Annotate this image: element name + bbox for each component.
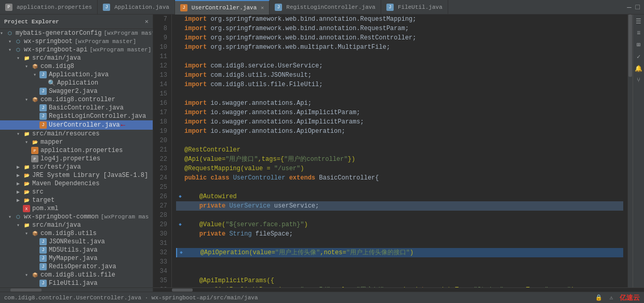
tree-label: mybatis-generatorConfig xyxy=(16,30,102,37)
folder-icon: 📂 xyxy=(23,180,30,187)
tree-badge: [wxProgram mas xyxy=(101,214,149,220)
tree-item-target[interactable]: ▶ 📂 target xyxy=(0,196,153,204)
code-hscrollbar[interactable] xyxy=(153,287,644,292)
tree-label: src/main/java xyxy=(32,222,81,229)
project-icon: ⬡ xyxy=(15,46,22,53)
tree-arrow: ▶ xyxy=(17,164,23,170)
java-icon: J xyxy=(180,4,187,11)
tree-item-src[interactable]: ▶ 📂 src xyxy=(0,188,153,196)
prop-icon: P xyxy=(31,155,38,162)
code-line-24: public class UserController extends Basi… xyxy=(176,173,623,183)
project-icon: ⬡ xyxy=(6,30,14,37)
code-line-13: import com.idig8.utils.JSONResult; xyxy=(176,71,623,80)
tree-label: JSONResult.java xyxy=(49,238,105,245)
tree-label: JRE System Library [JavaSE-1.8] xyxy=(32,172,148,179)
tree-item-com-idig8-controller[interactable]: ▾ 📦 com.idig8.controller xyxy=(0,95,153,104)
tree-label: src xyxy=(32,188,44,196)
tree-item-swagger2-java[interactable]: J Swagger2.java xyxy=(0,87,153,95)
tree-label: application.properties xyxy=(41,147,123,154)
tree-item-application-properties[interactable]: P application.properties xyxy=(0,146,153,155)
tree-item-pom-xml[interactable]: X pom.xml xyxy=(0,204,153,213)
code-line-30: private String fileSpace; xyxy=(176,229,623,239)
tab-application-properties[interactable]: P application.properties xyxy=(0,0,98,15)
tree-label: RegistLoginController.java xyxy=(49,113,146,120)
code-line-33 xyxy=(176,257,623,267)
tree-label: com.idig8.controller xyxy=(41,96,115,103)
code-line-15 xyxy=(176,89,623,99)
minimize-editor-button[interactable]: — xyxy=(625,3,633,11)
tab-fileutil-java[interactable]: J FileUtil.java xyxy=(381,0,448,15)
sidebar-hscrollbar[interactable] xyxy=(0,287,153,292)
java-icon: J xyxy=(39,88,47,95)
git-icon[interactable]: ⑂ xyxy=(636,76,641,85)
tree-item-basiccontroller-java[interactable]: J BasicController.java xyxy=(0,104,153,112)
tab-registlogincontroller-java[interactable]: J RegistLoginController.java xyxy=(270,0,381,15)
tree-item-application-class[interactable]: 🔍 Application xyxy=(0,79,153,87)
tree-item-common-src-main-java[interactable]: ▾ 📁 src/main/java xyxy=(0,221,153,229)
tree-item-src-main-resources[interactable]: ▾ 📁 src/main/resources xyxy=(0,130,153,138)
close-sidebar-icon[interactable]: ✕ xyxy=(145,18,149,25)
java-icon: J xyxy=(275,4,282,11)
project-tree: ▾ ⬡ mybatis-generatorConfig [wxProgram m… xyxy=(0,29,153,287)
tree-item-jsonresult-java[interactable]: J JSONResult.java xyxy=(0,238,153,246)
notifications-icon[interactable]: 🔔 xyxy=(634,64,643,74)
class-icon: 🔍 xyxy=(48,79,55,87)
tree-label: src/test/java xyxy=(32,163,81,171)
tree-item-maven-deps[interactable]: ▶ 📂 Maven Dependencies xyxy=(0,180,153,188)
tree-item-md5utils-java[interactable]: J MD5Utils.java xyxy=(0,246,153,254)
tree-arrow: ▾ xyxy=(17,131,23,137)
tab-application-java[interactable]: J Application.java xyxy=(98,0,175,15)
tree-item-fileutil-java[interactable]: J FileUtil.java xyxy=(0,279,153,287)
java-icon: J xyxy=(39,246,47,254)
editor-vscrollbar[interactable] xyxy=(627,15,633,287)
code-line-31 xyxy=(176,239,623,248)
src-icon: 📁 xyxy=(23,163,30,171)
tree-label: RedisOperator.java xyxy=(49,263,116,270)
tree-item-wx-springboot[interactable]: ▾ ⬡ wx-springboot [wxProgram master] xyxy=(0,37,153,46)
tree-item-com-idig8-utils[interactable]: ▾ 📦 com.idig8.utils xyxy=(0,229,153,238)
maximize-editor-button[interactable]: □ xyxy=(634,3,642,11)
status-bar-right: 🔒 ⚠ 亿速云 xyxy=(595,293,640,302)
main-container: P application.properties J Application.j… xyxy=(0,0,644,303)
tree-item-application-java[interactable]: ▾ J Application.java xyxy=(0,71,153,79)
tab-label: application.properties xyxy=(17,4,92,10)
tree-item-mapper[interactable]: ▾ 📂 mapper xyxy=(0,138,153,146)
tree-item-wx-springboot-common[interactable]: ▾ ⬡ wx-springboot-common [wxProgram mas xyxy=(0,213,153,221)
structure-icon[interactable]: ≡ xyxy=(636,29,641,38)
code-line-11 xyxy=(176,52,623,61)
tab-close-button[interactable]: ✕ xyxy=(261,5,264,11)
code-editor: 7891011 1213141516 1718192021 2223242526… xyxy=(153,15,644,292)
code-line-34 xyxy=(176,267,623,276)
tree-item-wx-springboot-api[interactable]: ▾ ⬡ wx-springboot-api [wxProgram master] xyxy=(0,46,153,54)
tree-item-src-test-java[interactable]: ▶ 📁 src/test/java xyxy=(0,163,153,171)
hierarchy-icon[interactable]: ⊞ xyxy=(636,40,641,50)
tree-item-registlogincontroller-java[interactable]: J RegistLoginController.java xyxy=(0,112,153,120)
tree-label: MyMapper.java xyxy=(49,255,98,262)
tree-item-mybatis[interactable]: ▾ ⬡ mybatis-generatorConfig [wxProgram m… xyxy=(0,29,153,37)
code-content[interactable]: import org.springframework.web.bind.anno… xyxy=(172,15,627,287)
tree-badge: [wxProgram master] xyxy=(89,47,151,53)
java-icon: J xyxy=(39,113,47,120)
tree-arrow: ▾ xyxy=(17,222,23,228)
tree-label: wx-springboot xyxy=(24,38,73,45)
tree-item-jre-library[interactable]: ▶ 📂 JRE System Library [JavaSE-1.8] xyxy=(0,171,153,180)
tab-usercontroller-java[interactable]: J UserController.java ✕ xyxy=(175,0,270,15)
java-icon: J xyxy=(386,4,394,11)
editor-vscrollbar-thumb xyxy=(628,15,632,77)
tree-item-log4j-properties[interactable]: P log4j.properties xyxy=(0,155,153,163)
tree-item-mymapper-java[interactable]: J MyMapper.java xyxy=(0,254,153,263)
todo-icon[interactable]: ✓ xyxy=(636,52,641,62)
tree-item-src-main-java[interactable]: ▾ 📁 src/main/java xyxy=(0,54,153,62)
tree-item-redisoperator-java[interactable]: J RedisOperator.java xyxy=(0,263,153,271)
code-line-32: ◆ @ApiOperation(value="用户上传头像",notes="用户… xyxy=(176,248,623,257)
sidebar-icons: ✕ xyxy=(145,18,149,25)
tree-item-com-idig8[interactable]: ▾ 📦 com.idig8 xyxy=(0,62,153,71)
tree-arrow: ▾ xyxy=(25,139,31,145)
tree-item-com-idig8-utils-file[interactable]: ▾ 📦 com.idig8.utils.file xyxy=(0,271,153,279)
tree-arrow: ▶ xyxy=(17,189,23,195)
pkg-icon: 📦 xyxy=(31,96,38,103)
code-line-9: import org.springframework.web.bind.anno… xyxy=(176,33,623,43)
tree-item-usercontroller-java[interactable]: J UserController.java ← xyxy=(0,120,153,130)
code-line-35: @ApiImplicitParams({ xyxy=(176,276,623,285)
bookmark-icon[interactable]: ☰ xyxy=(635,17,642,26)
